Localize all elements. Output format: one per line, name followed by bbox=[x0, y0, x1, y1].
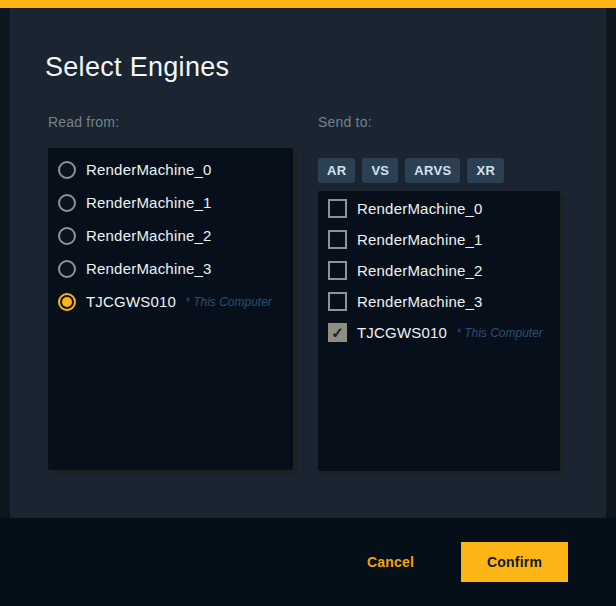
radio-button[interactable] bbox=[58, 293, 76, 311]
checkbox-option-row[interactable]: ✓ TJCGWS010 * This Computer bbox=[318, 317, 560, 348]
accent-top-bar bbox=[0, 0, 616, 8]
radio-button[interactable] bbox=[58, 194, 76, 212]
engine-name-label: RenderMachine_2 bbox=[357, 262, 483, 279]
checkbox[interactable]: ✓ bbox=[328, 230, 347, 249]
engine-type-tag-button[interactable]: VS bbox=[362, 158, 398, 183]
radio-option-row[interactable]: RenderMachine_3 bbox=[48, 252, 293, 285]
engine-name-label: RenderMachine_2 bbox=[86, 227, 212, 244]
radio-option-row[interactable]: TJCGWS010 * This Computer bbox=[48, 285, 293, 318]
radio-button[interactable] bbox=[58, 161, 76, 179]
checkmark-icon: ✓ bbox=[331, 325, 344, 340]
send-to-list: ✓ RenderMachine_0 ✓ RenderMachine_1 ✓ bbox=[318, 191, 560, 471]
cancel-button[interactable]: Cancel bbox=[367, 554, 414, 570]
checkbox-option-row[interactable]: ✓ RenderMachine_1 bbox=[318, 224, 560, 255]
read-from-list: RenderMachine_0 RenderMachine_1 RenderMa… bbox=[48, 148, 293, 470]
engine-name-label: RenderMachine_3 bbox=[357, 293, 483, 310]
radio-option-row[interactable]: RenderMachine_1 bbox=[48, 186, 293, 219]
this-computer-note: * This Computer bbox=[456, 326, 543, 340]
radio-button[interactable] bbox=[58, 260, 76, 278]
checkbox-option-row[interactable]: ✓ RenderMachine_3 bbox=[318, 286, 560, 317]
engine-type-tag-button[interactable]: AR bbox=[318, 158, 355, 183]
engine-name-label: RenderMachine_1 bbox=[86, 194, 212, 211]
confirm-button[interactable]: Confirm bbox=[461, 542, 568, 582]
engine-name-label: TJCGWS010 bbox=[86, 293, 176, 310]
checkbox[interactable]: ✓ bbox=[328, 323, 347, 342]
radio-option-row[interactable]: RenderMachine_2 bbox=[48, 219, 293, 252]
engine-type-tag-button[interactable]: XR bbox=[467, 158, 504, 183]
checkbox[interactable]: ✓ bbox=[328, 199, 347, 218]
select-engines-dialog: Select Engines Read from: RenderMachine_… bbox=[10, 8, 606, 518]
send-to-section: Send to: AR VS ARVS XR ✓ RenderMachine_0 bbox=[318, 114, 560, 471]
dialog-footer: Cancel Confirm bbox=[0, 518, 616, 606]
checkbox-option-row[interactable]: ✓ RenderMachine_0 bbox=[318, 193, 560, 224]
engine-type-tag-button[interactable]: ARVS bbox=[405, 158, 460, 183]
read-from-section: Read from: RenderMachine_0 RenderMachine… bbox=[48, 114, 293, 470]
engine-name-label: RenderMachine_0 bbox=[357, 200, 483, 217]
engine-type-filter-row: AR VS ARVS XR bbox=[318, 157, 560, 183]
checkbox-option-row[interactable]: ✓ RenderMachine_2 bbox=[318, 255, 560, 286]
engine-name-label: RenderMachine_3 bbox=[86, 260, 212, 277]
checkbox[interactable]: ✓ bbox=[328, 261, 347, 280]
engine-name-label: TJCGWS010 bbox=[357, 324, 447, 341]
radio-option-row[interactable]: RenderMachine_0 bbox=[48, 153, 293, 186]
send-to-label: Send to: bbox=[318, 114, 560, 134]
engine-name-label: RenderMachine_1 bbox=[357, 231, 483, 248]
checkbox[interactable]: ✓ bbox=[328, 292, 347, 311]
this-computer-note: * This Computer bbox=[185, 295, 272, 309]
page-title: Select Engines bbox=[45, 52, 229, 83]
engine-name-label: RenderMachine_0 bbox=[86, 161, 212, 178]
read-from-label: Read from: bbox=[48, 114, 293, 134]
radio-button[interactable] bbox=[58, 227, 76, 245]
